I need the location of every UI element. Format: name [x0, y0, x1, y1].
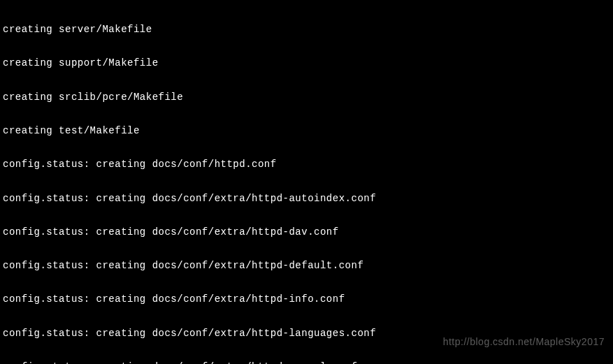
output-line: creating srclib/pcre/Makefile — [3, 92, 610, 103]
watermark-text: http://blog.csdn.net/MapleSky2017 — [443, 336, 605, 347]
output-line: creating support/Makefile — [3, 57, 610, 68]
output-line: config.status: creating docs/conf/extra/… — [3, 260, 610, 271]
output-line: config.status: creating docs/conf/httpd.… — [3, 159, 610, 170]
output-line: config.status: creating docs/conf/extra/… — [3, 293, 610, 305]
output-line: config.status: creating docs/conf/extra/… — [3, 193, 610, 204]
output-line: creating server/Makefile — [3, 24, 610, 35]
output-line: config.status: creating docs/conf/extra/… — [3, 226, 610, 238]
terminal-output[interactable]: creating server/Makefile creating suppor… — [3, 1, 610, 364]
output-line: config.status: creating docs/conf/extra/… — [3, 361, 610, 364]
output-line: creating test/Makefile — [3, 125, 610, 136]
